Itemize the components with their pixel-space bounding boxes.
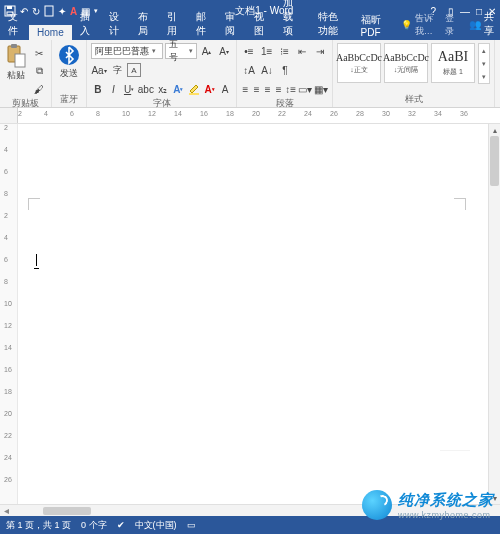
borders-icon[interactable]: ▦▾ — [314, 81, 328, 97]
italic-button[interactable]: I — [107, 81, 121, 97]
align-left-icon[interactable]: ≡ — [241, 81, 250, 97]
ruler-tick: 8 — [4, 278, 8, 285]
status-page[interactable]: 第 1 页，共 1 页 — [6, 519, 71, 532]
font-color-button[interactable]: A▾ — [203, 81, 217, 97]
paste-button[interactable]: 粘贴 — [4, 43, 28, 83]
tab-review[interactable]: 审阅 — [217, 8, 246, 40]
shading-icon[interactable]: ▭▾ — [298, 81, 312, 97]
scroll-down-icon[interactable]: ▾ — [489, 492, 500, 504]
char-border-icon[interactable]: A — [127, 63, 141, 77]
tab-file[interactable]: 文件 — [0, 8, 29, 40]
align-right-icon[interactable]: ≡ — [263, 81, 272, 97]
shrink-font-icon[interactable]: A▾ — [216, 43, 232, 59]
underline-button[interactable]: U▾ — [122, 81, 136, 97]
scroll-left-icon[interactable]: ◂ — [0, 505, 13, 516]
scrollbar-horizontal[interactable]: ◂ — [0, 504, 500, 516]
line-spacing-icon[interactable]: ↕≡ — [285, 81, 296, 97]
svg-rect-5 — [11, 44, 17, 48]
new-doc-icon[interactable] — [44, 5, 54, 17]
font-size-combo[interactable]: 五号▾ — [165, 43, 196, 59]
show-marks-icon[interactable]: ¶ — [277, 62, 293, 78]
scrollbar-thumb[interactable] — [490, 136, 499, 186]
scrollbar-thumb[interactable] — [43, 507, 91, 515]
ruler-vertical[interactable]: 24682468101214161820222426 — [0, 124, 18, 504]
text-direction-icon[interactable]: ↕A — [241, 62, 257, 78]
ruler-tick: 36 — [460, 110, 468, 117]
style-up-icon[interactable]: ▴ — [479, 44, 489, 57]
tab-addins[interactable]: 加载项 — [275, 0, 311, 40]
share-button[interactable]: 👥 共享 — [463, 8, 500, 40]
status-word-count[interactable]: 0 个字 — [81, 519, 107, 532]
style-normal[interactable]: AaBbCcDc ↓正文 — [337, 43, 381, 83]
tab-view[interactable]: 视图 — [246, 8, 275, 40]
multilevel-list-icon[interactable]: ⁝≡ — [277, 43, 293, 59]
status-proofing-icon[interactable]: ✔ — [117, 520, 125, 530]
ruler-tick: 16 — [4, 366, 12, 373]
ruler-horizontal[interactable]: 24681012141618202224262830323436 — [0, 108, 500, 124]
svg-rect-3 — [45, 6, 53, 16]
copy-icon[interactable]: ⧉ — [31, 63, 47, 79]
tab-layout[interactable]: 布局 — [130, 8, 159, 40]
page-corner — [454, 198, 466, 210]
ruler-tick: 26 — [4, 476, 12, 483]
subscript-icon[interactable]: x₂ — [156, 81, 170, 97]
qat-icon[interactable]: ✦ — [58, 6, 66, 17]
group-font: 阿里巴巴普惠▾ 五号▾ A▴ A▾ Aa▾ 字 A B I U▾ abc x₂ … — [87, 40, 237, 107]
char-shading-icon[interactable]: A — [218, 81, 232, 97]
style-gallery-scroll: ▴ ▾ ▾ — [478, 43, 490, 84]
numbering-icon[interactable]: 1≡ — [259, 43, 275, 59]
cut-icon[interactable]: ✂ — [31, 45, 47, 61]
style-heading1[interactable]: AaBI 标题 1 — [431, 43, 475, 83]
status-language[interactable]: 中文(中国) — [135, 519, 177, 532]
ruler-tick: 16 — [200, 110, 208, 117]
login-link[interactable]: 登录 — [439, 10, 463, 40]
strikethrough-icon[interactable]: abc — [138, 81, 154, 97]
page-canvas[interactable] — [18, 124, 488, 504]
align-center-icon[interactable]: ≡ — [252, 81, 261, 97]
redo-icon[interactable]: ↻ — [32, 6, 40, 17]
ruler-tick: 6 — [4, 256, 8, 263]
ruler-tick: 20 — [252, 110, 260, 117]
text-effect-icon[interactable]: A▾ — [172, 81, 186, 97]
ruler-tick: 2 — [18, 110, 22, 117]
bullets-icon[interactable]: •≡ — [241, 43, 257, 59]
tab-insert[interactable]: 插入 — [72, 8, 101, 40]
ruler-tick: 2 — [4, 212, 8, 219]
ruler-tick: 30 — [382, 110, 390, 117]
scroll-up-icon[interactable]: ▴ — [489, 124, 500, 136]
phonetic-guide-icon[interactable]: 字 — [109, 62, 125, 78]
group-editing: 编辑 ▾ — [495, 40, 500, 107]
bluetooth-send-button[interactable]: 发送 — [56, 43, 82, 81]
ruler-corner — [0, 108, 18, 124]
tab-references[interactable]: 引用 — [159, 8, 188, 40]
tell-me-search[interactable]: 💡 告诉我… — [395, 10, 440, 40]
tab-home[interactable]: Home — [29, 25, 72, 40]
style-expand-icon[interactable]: ▾ — [479, 70, 489, 83]
scrollbar-vertical[interactable]: ▴ ▾ — [488, 124, 500, 504]
ruler-tick: 10 — [122, 110, 130, 117]
decrease-indent-icon[interactable]: ⇤ — [294, 43, 310, 59]
share-icon: 👥 — [469, 19, 481, 30]
change-case-icon[interactable]: Aa▾ — [91, 62, 107, 78]
tab-design[interactable]: 设计 — [101, 8, 130, 40]
sort-icon[interactable]: A↓ — [259, 62, 275, 78]
font-name-combo[interactable]: 阿里巴巴普惠▾ — [91, 43, 163, 59]
style-no-spacing[interactable]: AaBbCcDc ↓无间隔 — [384, 43, 428, 83]
highlight-icon[interactable] — [187, 81, 201, 97]
style-down-icon[interactable]: ▾ — [479, 57, 489, 70]
tab-special[interactable]: 特色功能 — [310, 8, 352, 40]
grow-font-icon[interactable]: A▴ — [199, 43, 215, 59]
ribbon: 粘贴 ✂ ⧉ 🖌 剪贴板 发送 蓝牙 阿里巴巴普惠▾ — [0, 40, 500, 108]
ruler-tick: 12 — [4, 322, 12, 329]
bold-button[interactable]: B — [91, 81, 105, 97]
format-painter-icon[interactable]: 🖌 — [31, 81, 47, 97]
tab-foxit-pdf[interactable]: 福昕PDF — [353, 11, 395, 40]
ruler-tick: 26 — [330, 110, 338, 117]
ruler-tick: 32 — [408, 110, 416, 117]
status-insert-mode-icon[interactable]: ▭ — [187, 520, 196, 530]
justify-icon[interactable]: ≡ — [274, 81, 283, 97]
ruler-tick: 24 — [304, 110, 312, 117]
tab-mailings[interactable]: 邮件 — [188, 8, 217, 40]
increase-indent-icon[interactable]: ⇥ — [312, 43, 328, 59]
ruler-scale: 24681012141618202224262830323436 — [18, 108, 500, 124]
